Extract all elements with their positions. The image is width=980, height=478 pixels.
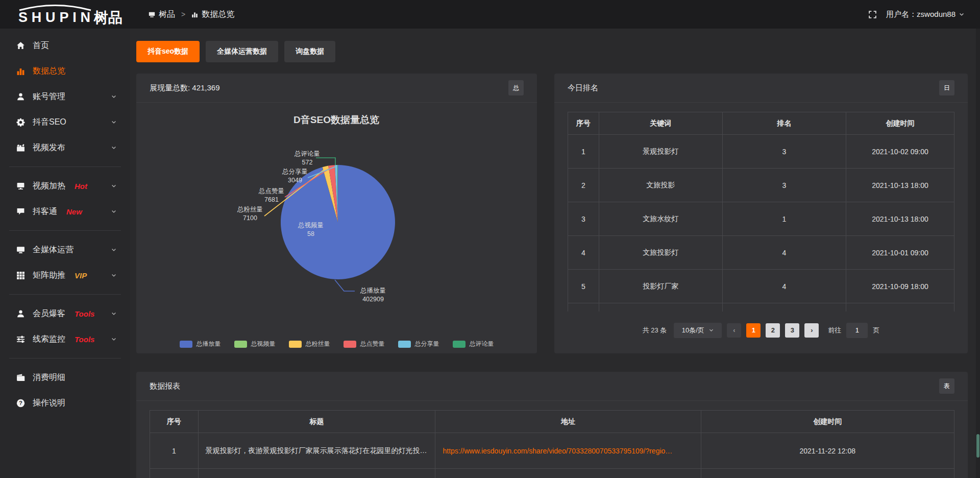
sidebar-item-matrix-boost[interactable]: 矩阵助推VIP [0,262,130,288]
table-cell: 2021-10-02 09:00 [846,135,954,169]
table-cell: 3 [722,169,846,202]
app-root: SHUPIN 树品 树品 > 数据总览 [0,0,980,478]
legend-item-2[interactable]: 总粉丝量 [289,340,330,348]
sidebar-item-operation-guide[interactable]: ?操作说明 [0,390,130,416]
chevron-down-icon [959,11,965,17]
sidebar-item-data-overview[interactable]: 数据总览 [0,58,130,84]
sidebar-item-media-operation[interactable]: 全媒体运营 [0,237,130,262]
legend-label: 总播放量 [197,340,221,348]
sidebar-item-douketong[interactable]: 抖客通New [0,199,130,224]
chart-legend: 总播放量总视频量总粉丝量总点赞量总分享量总评论量 [136,340,537,348]
sidebar-item-label: 视频发布 [33,142,65,153]
chevron-down-icon [111,93,117,100]
total-toggle-button[interactable]: 总 [508,80,524,95]
column-header: 关键词 [599,112,722,135]
pie-leader-line [335,280,355,291]
user-menu[interactable]: 用户名：zswodun88 [886,10,965,19]
page-scrollbar[interactable] [976,29,980,478]
page-button-2[interactable]: 2 [766,323,780,338]
sidebar-item-clue-monitor[interactable]: 线索监控Tools [0,326,130,352]
sidebar-item-label: 抖音SEO [33,117,66,128]
svg-text:SHUPIN: SHUPIN [18,10,91,25]
sidebar-item-video-publish[interactable]: 视频发布 [0,135,130,160]
sidebar-item-home[interactable]: 首页 [0,33,130,58]
sidebar-item-video-heat[interactable]: 视频加热Hot [0,173,130,199]
table-cell: 文旅投影 [599,169,722,202]
app-logo[interactable]: SHUPIN 树品 [0,4,130,25]
table-cell: 4 [722,236,846,270]
table-cell: 景观投影灯 [599,135,722,169]
top-bar: SHUPIN 树品 树品 > 数据总览 [0,0,980,29]
table-cell: 4 [722,270,846,303]
prev-page-button[interactable]: ‹ [727,323,741,338]
table-cell [150,469,199,478]
table-cell [599,303,722,312]
legend-swatch [289,341,302,348]
tab-0[interactable]: 抖音seo数据 [136,41,200,62]
overview-card-title: 展现量总数: 421,369 [150,83,220,93]
person-icon [16,309,25,318]
pie-label-3: 总点赞量7681 [258,187,284,203]
screen-icon [16,182,25,190]
seo-pie-chart[interactable]: D音SEO数据量总览总播放量402909总视频量58总粉丝量7100总点赞量76… [136,103,537,336]
sidebar-item-badge: Tools [75,309,94,318]
next-page-button[interactable]: › [804,323,819,338]
day-toggle-button[interactable]: 日 [939,80,954,95]
sidebar-item-badge: New [66,207,82,216]
page-button-3[interactable]: 3 [785,323,799,338]
tab-1[interactable]: 全媒体运营数据 [206,41,278,62]
table-cell: 2021-10-01 09:00 [846,236,954,270]
breadcrumb-label: 数据总览 [202,9,234,20]
breadcrumb-item-shupin[interactable]: 树品 [149,9,175,20]
table-cell: 景观投影灯，夜游景观投影灯厂家展示展示落花灯在花园里的灯光投影应用效果 # [198,433,435,469]
sidebar-divider [9,358,121,358]
sidebar-item-account-management[interactable]: 账号管理 [0,84,130,109]
table-cell: 2021-10-13 18:00 [846,169,954,202]
sidebar-item-label: 抖客通 [33,206,57,217]
chevron-down-icon [111,310,117,317]
main-content: 抖音seo数据全媒体运营数据询盘数据 展现量总数: 421,369 总 D音SE… [130,29,976,478]
sidebar-item-douyin-seo[interactable]: 抖音SEO [0,109,130,135]
chat-icon [16,207,25,216]
legend-item-4[interactable]: 总分享量 [398,340,439,348]
fullscreen-icon[interactable] [868,10,877,19]
table-cell: 3 [722,135,846,169]
legend-label: 总评论量 [470,340,494,348]
page-button-1[interactable]: 1 [746,323,761,338]
sidebar-divider [9,166,121,167]
gear-icon [16,118,25,127]
sidebar-item-member-baoke[interactable]: 会员爆客Tools [0,301,130,326]
sidebar-item-consumption-detail[interactable]: 消费明细 [0,365,130,390]
legend-item-3[interactable]: 总点赞量 [344,340,385,348]
pagination-total: 共 23 条 [643,326,667,335]
legend-item-0[interactable]: 总播放量 [180,340,221,348]
chart-title: D音SEO数据量总览 [293,114,379,125]
tab-2[interactable]: 询盘数据 [284,41,335,62]
breadcrumb: 树品 > 数据总览 [149,9,234,20]
table-row [150,469,954,478]
sidebar-divider [9,294,121,295]
report-card: 数据报表 表 序号标题地址创建时间1景观投影灯，夜游景观投影灯厂家展示展示落花灯… [136,372,968,478]
pagination: 共 23 条 10条/页 ‹ 123 › 前往 页 [554,323,968,338]
goto-page-input[interactable] [846,323,868,338]
page-size-select[interactable]: 10条/页 [674,323,722,338]
table-toggle-button[interactable]: 表 [939,378,954,394]
sidebar-item-badge: VIP [75,271,87,280]
chevron-down-icon [111,247,117,253]
breadcrumb-item-data-overview[interactable]: 数据总览 [191,9,234,20]
chevron-down-icon [111,208,117,214]
table-row: 2文旅投影32021-10-13 18:00 [568,169,954,202]
scrollbar-thumb[interactable] [976,434,979,458]
table-cell: 文旅水纹灯 [599,202,722,236]
page-size-value: 10条/页 [682,326,704,335]
legend-label: 总点赞量 [360,340,385,348]
table-row: 5投影灯厂家42021-10-09 18:00 [568,270,954,303]
column-header: 创建时间 [846,112,954,135]
legend-item-5[interactable]: 总评论量 [453,340,494,348]
legend-swatch [234,341,247,348]
legend-item-1[interactable]: 总视频量 [234,340,276,348]
table-cell [722,303,846,312]
table-cell: 4 [568,236,599,270]
video-link[interactable]: https://www.iesdouyin.com/share/video/70… [435,433,701,469]
table-cell [198,469,435,478]
